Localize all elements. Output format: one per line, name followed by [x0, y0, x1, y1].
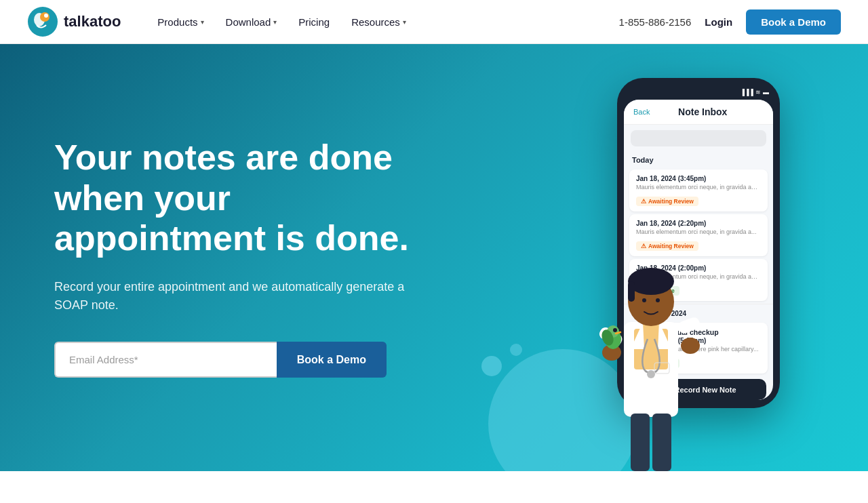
email-input[interactable]	[54, 342, 277, 378]
back-button[interactable]: Back	[633, 108, 650, 116]
phone-search-bar[interactable]	[631, 130, 766, 146]
status-icons: ▐▐▐ ≋ ▬	[741, 89, 769, 96]
chevron-down-icon: ▾	[403, 18, 406, 26]
nav-products-label: Products	[157, 16, 197, 28]
book-demo-nav-button[interactable]: Book a Demo	[746, 9, 841, 35]
logo[interactable]: talkatoo	[27, 6, 121, 37]
doctor-svg	[583, 214, 719, 471]
nav-products[interactable]: Products ▾	[148, 11, 213, 33]
svg-rect-15	[677, 316, 701, 335]
nav-download-label: Download	[226, 16, 271, 28]
chevron-down-icon: ▾	[201, 18, 204, 26]
hero-form: Book a Demo	[54, 342, 387, 378]
chevron-down-icon: ▾	[273, 18, 277, 26]
svg-point-13	[656, 298, 660, 302]
decorative-circle-tiny	[510, 344, 522, 356]
inbox-title: Note Inbox	[655, 106, 750, 117]
hero-section: Your notes are done when your appointmen…	[0, 44, 868, 471]
svg-point-3	[44, 14, 48, 18]
hero-subtitle: Record your entire appointment and we au…	[54, 278, 434, 315]
nav-download[interactable]: Download ▾	[216, 11, 287, 33]
nav-pricing-label: Pricing	[298, 16, 330, 28]
signal-icon: ▐▐▐	[741, 89, 753, 96]
nav-links: Products ▾ Download ▾ Pricing Resources …	[148, 11, 618, 33]
svg-rect-7	[631, 414, 650, 471]
logo-icon	[27, 6, 58, 37]
bottom-section: The end of	[0, 471, 868, 503]
status-badge: ⚠ Awaiting Review	[636, 197, 698, 206]
doctor-character	[583, 214, 719, 471]
battery-icon: ▬	[763, 89, 769, 96]
note-excerpt: Mauris elementum orci neque, in gravida …	[636, 184, 761, 190]
decorative-circle-small	[481, 356, 502, 376]
nav-right: 1-855-886-2156 Login Book a Demo	[619, 9, 841, 35]
hero-content: Your notes are done when your appointmen…	[54, 138, 434, 378]
svg-point-10	[628, 268, 674, 295]
warning-icon: ⚠	[641, 198, 646, 205]
book-demo-button[interactable]: Book a Demo	[277, 342, 387, 378]
login-link[interactable]: Login	[705, 16, 732, 28]
note-date: Jan 18, 2024 (3:45pm)	[636, 175, 761, 182]
note-card[interactable]: Jan 18, 2024 (3:45pm) Mauris elementum o…	[629, 169, 768, 212]
phone-number: 1-855-886-2156	[619, 16, 692, 28]
logo-text: talkatoo	[64, 13, 121, 31]
svg-point-17	[681, 338, 700, 354]
nav-resources-label: Resources	[351, 16, 400, 28]
hero-title: Your notes are done when your appointmen…	[54, 138, 434, 259]
nav-pricing[interactable]: Pricing	[289, 11, 339, 33]
svg-point-22	[647, 370, 655, 378]
svg-rect-8	[652, 414, 671, 471]
phone-status-bar: ▐▐▐ ≋ ▬	[624, 89, 773, 100]
navbar: talkatoo Products ▾ Download ▾ Pricing R…	[0, 0, 868, 44]
phone-header: Back Note Inbox	[624, 100, 773, 125]
nav-resources[interactable]: Resources ▾	[342, 11, 416, 33]
wifi-icon: ≋	[755, 89, 761, 96]
svg-rect-11	[628, 281, 635, 302]
today-section-label: Today	[624, 152, 773, 167]
svg-point-20	[613, 328, 617, 332]
svg-point-12	[642, 298, 646, 302]
